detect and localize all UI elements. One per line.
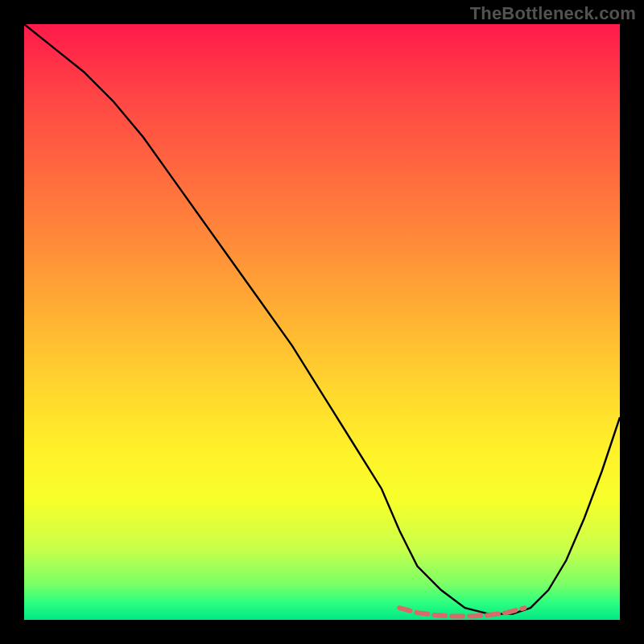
plot-area	[24, 24, 620, 620]
chart-frame: TheBottleneck.com	[0, 0, 644, 644]
watermark-text: TheBottleneck.com	[470, 3, 636, 24]
chart-svg	[24, 24, 620, 620]
bottleneck-curve	[24, 24, 620, 614]
optimal-range-marker	[399, 608, 524, 616]
